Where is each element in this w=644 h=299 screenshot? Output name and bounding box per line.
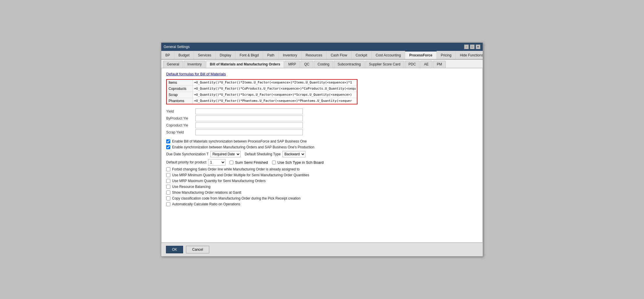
yield-row: Scrap Yield — [166, 129, 478, 135]
sum-semi-finished-label[interactable]: Sum Semi Finished — [235, 160, 268, 165]
use-resource-balancing-checkbox[interactable] — [166, 185, 170, 189]
use-mrp-max-checkbox[interactable] — [166, 179, 170, 183]
forbid-sales-order-checkbox[interactable] — [166, 167, 170, 171]
formula-value[interactable]: =U_Quantity()*U_Factor()*CoProducts.U_Fa… — [193, 86, 357, 92]
inline-row-1: Due Date Synchonization T Required Date … — [166, 151, 478, 157]
tab-second-qc[interactable]: QC — [300, 61, 313, 68]
yield-label: Scrap Yield — [166, 130, 195, 134]
use-sch-type-checkbox[interactable] — [272, 161, 276, 164]
formula-label: Scrap — [167, 92, 193, 98]
enable-bom-sync-label[interactable]: Enable Bill of Materials synchronization… — [172, 139, 307, 143]
auto-calc-ratio-label[interactable]: Automatically Calculate Ratio on Operati… — [172, 202, 240, 206]
checkbox-row-copy-classification: Copy classification code from Manufactur… — [166, 196, 478, 200]
yield-row: Coproduct Yie — [166, 122, 478, 128]
tab-top-processforce[interactable]: ProcessForce — [405, 51, 437, 59]
tab-top-inventory[interactable]: Inventory — [279, 51, 301, 59]
enable-mo-sync-checkbox[interactable] — [166, 145, 170, 149]
minimize-button[interactable]: – — [464, 45, 469, 49]
tab-top-display[interactable]: Display — [216, 51, 235, 59]
yield-input[interactable] — [195, 129, 303, 135]
tab-top-resources[interactable]: Resources — [302, 51, 327, 59]
ok-button[interactable]: OK — [166, 246, 183, 253]
checkbox-row-auto-calc-ratio: Automatically Calculate Ratio on Operati… — [166, 202, 478, 206]
tab-second-bom[interactable]: Bill of Materials and Manufacturing Orde… — [206, 61, 284, 68]
yield-input[interactable] — [195, 108, 303, 114]
sum-semi-finished-checkbox[interactable] — [230, 161, 233, 164]
tab-top-cash-flow[interactable]: Cash Flow — [327, 51, 352, 59]
section-title[interactable]: Default formulas for Bill of Materials — [166, 72, 478, 76]
scheduling-label: Default Sheduling Type — [245, 152, 281, 156]
tab-top-budget[interactable]: Budget — [174, 51, 194, 59]
footer-bar: OK Cancel — [161, 243, 483, 256]
additional-checkboxes: Forbid changing Sales Order line while M… — [166, 167, 478, 206]
tab-second-general[interactable]: General — [163, 61, 183, 68]
tab-second-inventory2[interactable]: Inventory — [184, 61, 205, 68]
due-date-label: Due Date Synchonization T — [166, 152, 209, 156]
yield-row: ByProduct Yie — [166, 115, 478, 121]
priority-select[interactable]: 12345 — [208, 159, 226, 165]
show-mo-relations-checkbox[interactable] — [166, 191, 170, 195]
main-window: General Settings – □ ✕ BPBudgetServicesD… — [161, 42, 483, 257]
tab-second-mrp[interactable]: MRP — [285, 61, 300, 68]
window-title: General Settings — [164, 45, 189, 49]
tab-second-supplier-score-card[interactable]: Supplier Score Card — [365, 61, 404, 68]
enable-bom-sync-checkbox[interactable] — [166, 139, 170, 143]
use-mrp-min-checkbox[interactable] — [166, 173, 170, 177]
tab-top-path[interactable]: Path — [263, 51, 279, 59]
formula-value[interactable]: =U_Quantity()*U_Factor()*Phantoms.U_Fact… — [193, 98, 357, 104]
tab-top-pricing[interactable]: Pricing — [437, 51, 456, 59]
use-mrp-max-label[interactable]: Use MRP Maximum Quantity for Semi Manufa… — [172, 179, 266, 183]
cancel-button[interactable]: Cancel — [186, 246, 209, 253]
tab-second-pdc[interactable]: PDC — [405, 61, 420, 68]
tab-second-pm[interactable]: PM — [433, 61, 446, 68]
tab-top-cockpit[interactable]: Cockpit — [352, 51, 372, 59]
checkbox-row-use-mrp-min: Use MRP Minimum Quantity and Order Multi… — [166, 173, 478, 177]
copy-classification-checkbox[interactable] — [166, 196, 170, 200]
yield-section: YieldByProduct YieCoproduct YieScrap Yie… — [166, 108, 478, 135]
formulas-box: Items=U_Quantity()*U_Factor()*Items.U_Fa… — [166, 79, 357, 104]
tab-second-ae[interactable]: AE — [420, 61, 432, 68]
show-mo-relations-label[interactable]: Show Manufacturing Order relations at Ga… — [172, 191, 241, 195]
window-controls: – □ ✕ — [464, 45, 480, 49]
tab-top-font-bkgd[interactable]: Font & Bkgd — [235, 51, 263, 59]
close-button[interactable]: ✕ — [476, 45, 480, 49]
due-date-select[interactable]: Required Date — [210, 151, 241, 157]
formula-label: Phantoms — [167, 98, 193, 104]
yield-row: Yield — [166, 108, 478, 114]
formula-value[interactable]: =U_Quantity()*U_Factor()*Items.U_Factor(… — [193, 80, 357, 86]
checkbox-row-forbid-sales-order: Forbid changing Sales Order line while M… — [166, 167, 478, 171]
scheduling-select[interactable]: Backward Forward — [282, 151, 305, 157]
checkbox-row-use-resource-balancing: Use Resource Balancing — [166, 185, 478, 189]
yield-label: Yield — [166, 109, 195, 113]
tab-top-bp[interactable]: BP — [161, 51, 174, 59]
use-sch-type-label[interactable]: Use Sch Type in Sch Board — [278, 160, 324, 165]
use-resource-balancing-label[interactable]: Use Resource Balancing — [172, 185, 210, 189]
tab-second-subcontracting[interactable]: Subcontracting — [334, 61, 364, 68]
auto-calc-ratio-checkbox[interactable] — [166, 202, 170, 206]
second-tab-bar: GeneralInventoryBill of Materials and Ma… — [161, 60, 483, 68]
use-sch-type-group: Use Sch Type in Sch Board — [272, 160, 324, 165]
formula-row: Coproducts=U_Quantity()*U_Factor()*CoPro… — [167, 86, 357, 92]
formula-label: Items — [167, 80, 193, 86]
scheduling-group: Default Sheduling Type Backward Forward — [245, 151, 305, 157]
yield-label: Coproduct Yie — [166, 123, 195, 127]
title-bar: General Settings – □ ✕ — [161, 43, 483, 51]
copy-classification-label[interactable]: Copy classification code from Manufactur… — [172, 196, 300, 200]
yield-input[interactable] — [195, 122, 303, 128]
due-date-group: Due Date Synchonization T Required Date — [166, 151, 241, 157]
tab-top-cost-accounting[interactable]: Cost Accounting — [372, 51, 405, 59]
priority-group: Default priority for product 12345 — [166, 159, 226, 165]
sum-semi-finished-group: Sum Semi Finished — [230, 160, 268, 165]
top-tab-bar: BPBudgetServicesDisplayFont & BkgdPathIn… — [161, 51, 483, 60]
forbid-sales-order-label[interactable]: Forbid changing Sales Order line while M… — [172, 167, 300, 171]
formula-row: Phantoms=U_Quantity()*U_Factor()*Phantom… — [167, 98, 357, 104]
yield-input[interactable] — [195, 115, 303, 121]
yield-label: ByProduct Yie — [166, 116, 195, 120]
use-mrp-min-label[interactable]: Use MRP Minimum Quantity and Order Multi… — [172, 173, 309, 177]
maximize-button[interactable]: □ — [470, 45, 475, 49]
tab-top-hide-functions[interactable]: Hide Functions — [456, 51, 483, 59]
tab-top-services[interactable]: Services — [194, 51, 216, 59]
formula-value[interactable]: =U_Quantity()*U_Factor()*Scraps.U_Factor… — [193, 92, 357, 98]
tab-second-costing[interactable]: Costing — [314, 61, 333, 68]
enable-mo-sync-label[interactable]: Enable synchronization between Manufactu… — [172, 145, 314, 149]
